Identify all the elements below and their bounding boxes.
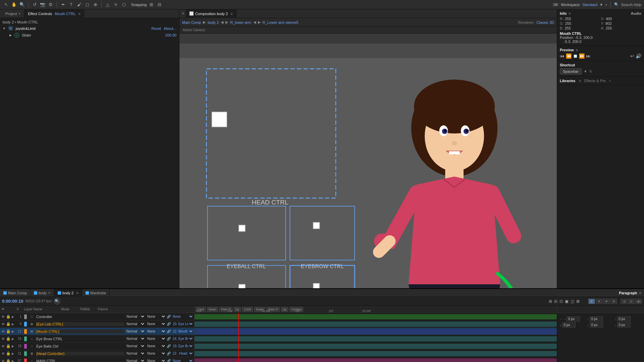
parent-link-icon-9[interactable]: 🔗 [167, 322, 171, 326]
layer-trkmat-18[interactable]: None [146, 344, 166, 348]
tl-tab-body-close[interactable]: ✕ [48, 291, 51, 295]
effects-chevron-icon[interactable]: » [609, 79, 611, 82]
layer-row-eyeballs[interactable]: 👁 🔒 ▶ 18 ○ Eye Balls Ctrl Normal None 🔗 … [0, 343, 194, 350]
libraries-tab[interactable]: Libraries [560, 79, 575, 83]
mode-select-18[interactable]: Normal [125, 344, 145, 348]
layer-vis-1[interactable]: 👁 [1, 315, 5, 319]
comp-tab-menu-icon[interactable]: ≡ [230, 12, 232, 16]
trkmat-select-21[interactable]: None [146, 351, 166, 356]
mode-select-15[interactable]: Normal [125, 337, 145, 341]
search-help-label[interactable]: Search Help [621, 3, 641, 7]
para-input-4[interactable] [562, 322, 576, 327]
workspace-dropdown-icon[interactable]: ▼ [599, 3, 603, 7]
parent-select-15[interactable]: 16. Eye Brow [171, 337, 194, 341]
para-input-2[interactable] [590, 316, 603, 321]
para-align-justify[interactable]: ≡ [610, 299, 617, 304]
effects-tab[interactable]: Effects & Pre [584, 79, 606, 83]
layer-mode-18[interactable]: Normal [125, 344, 145, 348]
mode-select-9[interactable]: Normal [125, 322, 145, 326]
mode-select-11[interactable]: Normal [125, 329, 145, 334]
layer-vis-15[interactable]: 👁 [1, 337, 5, 341]
tl-ctrl-6[interactable]: ⊠ [576, 299, 580, 304]
trkmat-select-11[interactable]: None [146, 329, 166, 334]
para-input-6[interactable] [617, 322, 631, 327]
layer-trkmat-11[interactable]: None [146, 329, 166, 334]
comp-tab-close[interactable]: ✕ [181, 11, 184, 16]
reset-button[interactable]: Reset [151, 26, 161, 31]
layer-expand-15[interactable]: ▶ [11, 337, 15, 341]
layer-mode-9[interactable]: Normal [125, 322, 145, 326]
layer-vis-9[interactable]: 👁 [1, 322, 5, 326]
para-input-5[interactable] [590, 322, 603, 327]
puppet-icon[interactable]: ⊕ [92, 1, 99, 8]
hand-tool-icon[interactable]: ✋ [11, 1, 17, 8]
para-input-1[interactable] [567, 316, 580, 321]
layer-vis-11[interactable]: 👁 [1, 329, 5, 334]
layer-mode-1[interactable]: Normal [125, 314, 145, 319]
parent-select-11[interactable]: 12. Mouth C [171, 329, 194, 334]
layer-vis-57[interactable]: 👁 [1, 359, 5, 362]
layer-trkmat-1[interactable]: None [146, 314, 166, 319]
layer-lock-57[interactable]: 🔒 [6, 359, 10, 362]
tl-tab-body[interactable]: body ✕ [31, 289, 54, 297]
layer-name-mouth[interactable]: [Mouth CTRL] [36, 329, 124, 334]
nav-r-lower-arm-sleeve[interactable]: R_Lower arm sleeve5 [263, 20, 299, 24]
para-input-3[interactable] [617, 316, 631, 321]
tl-ctrl-5[interactable]: ◫ [571, 299, 574, 304]
parent-select-57[interactable]: None [171, 359, 194, 362]
layer-expand-57[interactable]: ▶ [11, 359, 15, 362]
slider-value[interactable]: 200.00 [165, 33, 176, 37]
mode-select-1[interactable]: Normal [125, 314, 145, 319]
layer-expand-9[interactable]: ▶ [11, 322, 15, 326]
pen-tool-icon[interactable]: ✒ [60, 1, 66, 8]
trkmat-select-15[interactable]: None [146, 337, 166, 341]
tl-tab-wardrobe[interactable]: Wardrobe [82, 289, 110, 297]
preview-skip-back[interactable]: ⏮ [560, 53, 565, 59]
trkmat-select-1[interactable]: None [146, 314, 166, 319]
layer-name-main[interactable]: MAIN CTRL [36, 359, 124, 362]
preview-loop-icon[interactable]: ↩ [630, 53, 634, 59]
layer-name-eyelids[interactable]: [Eye Lids CTRL] [36, 322, 124, 326]
workspace-value[interactable]: Standard [582, 3, 597, 7]
nav-body2[interactable]: body 2 [208, 20, 219, 24]
search-icon[interactable]: 🔍 [614, 2, 619, 7]
text-tool-icon[interactable]: T [68, 1, 74, 8]
parent-link-icon-18[interactable]: 🔗 [167, 344, 171, 348]
layer-row-eyebrow[interactable]: 👁 🔒 ▶ 15 ○ Eye Brow CTRL Normal None 🔗 1… [0, 335, 194, 343]
layer-lock-15[interactable]: 🔒 [6, 337, 10, 341]
preview-menu-icon[interactable]: ≡ [576, 48, 578, 52]
tl-ctrl-2[interactable]: ⊟ [554, 299, 557, 304]
parent-link-icon-21[interactable]: 🔗 [167, 352, 171, 355]
layer-row-head[interactable]: 👁 🔒 ▶ 21 ⊞ {Head Controller} Normal None… [0, 350, 194, 357]
layer-name-eyeballs[interactable]: Eye Balls Ctrl [36, 344, 124, 348]
layer-name-controller[interactable]: Controller [36, 315, 124, 319]
align-icon[interactable]: ≡ [112, 1, 119, 8]
layer-trkmat-15[interactable]: None [146, 337, 166, 341]
about-button[interactable]: About... [164, 26, 176, 31]
zoom-tool-icon[interactable]: 🔍 [19, 1, 25, 8]
preview-play-stop[interactable]: ⏹ [573, 53, 578, 59]
snapping-icon[interactable]: ⊞ [148, 1, 155, 8]
layer-lock-9[interactable]: 🔒 [6, 322, 10, 326]
brush-icon[interactable]: 🖌 [76, 1, 83, 8]
layer-mode-57[interactable]: Normal [125, 359, 145, 362]
layer-row-main[interactable]: 👁 🔒 ▶ 57 ○ MAIN CTRL Normal None 🔗 None [0, 357, 194, 362]
layer-vis-21[interactable]: 👁 [1, 352, 5, 356]
para-align-center[interactable]: ≡ [596, 299, 602, 304]
tl-ctrl-4[interactable]: ▣ [565, 299, 569, 304]
layer-lock-1[interactable]: 🔒 [6, 314, 10, 319]
para-align-left2[interactable]: ◁ [621, 299, 627, 304]
trkmat-select-57[interactable]: None [146, 359, 166, 362]
project-tab-close[interactable]: ✕ [18, 12, 21, 15]
layer-mode-21[interactable]: Normal [125, 351, 145, 356]
shortcut-value[interactable]: Spacebar [560, 68, 582, 74]
parent-select-9[interactable]: 10. Eye Lids [171, 322, 194, 326]
composition-tab[interactable]: ⬜ Composition body 2 ≡ [186, 9, 236, 18]
parent-select-1[interactable]: None [171, 314, 194, 319]
tl-tab-body2-menu[interactable]: ≡ [76, 291, 78, 295]
settings-icon[interactable]: ⚙ [47, 1, 54, 8]
layer-lock-11[interactable]: 🔒 [6, 329, 10, 334]
layer-expand-21[interactable]: ▶ [11, 352, 15, 355]
slider-expand-icon[interactable]: ▶ [9, 34, 12, 37]
layer-trkmat-9[interactable]: None [146, 322, 166, 326]
